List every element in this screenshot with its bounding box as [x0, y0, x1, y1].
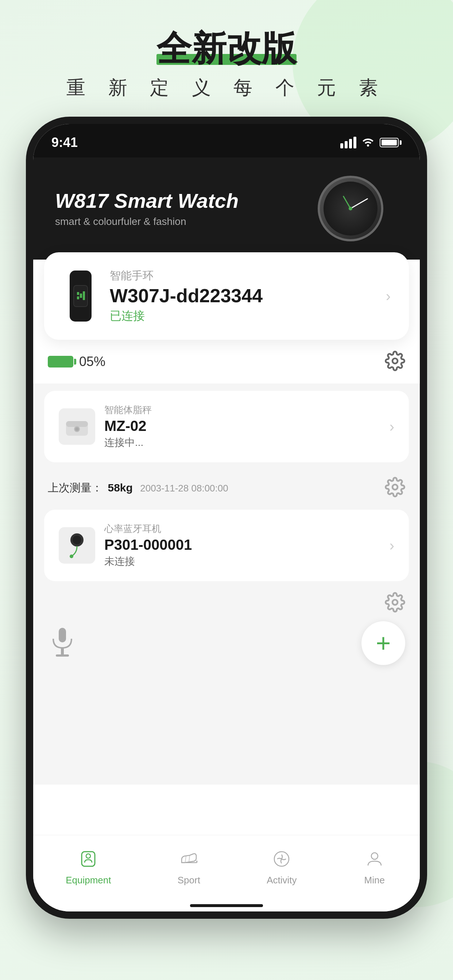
- watch-image: [318, 176, 398, 241]
- last-measure-label: 上次测量：: [48, 482, 102, 494]
- nav-item-equipment[interactable]: Equipment: [65, 846, 111, 886]
- status-time: 9:41: [51, 135, 78, 150]
- minute-hand: [350, 198, 368, 209]
- svg-rect-6: [66, 421, 88, 427]
- band-screen-content: [75, 291, 86, 302]
- device-name: W307J-dd223344: [110, 285, 375, 307]
- device-info: 智能手环 W307J-dd223344 已连接: [110, 268, 375, 324]
- svg-rect-14: [59, 628, 66, 643]
- add-device-button[interactable]: +: [362, 621, 405, 665]
- banner-subtitle: smart & colourfuler & fashion: [55, 216, 318, 228]
- nav-label-sport: Sport: [178, 875, 200, 886]
- svg-point-13: [392, 600, 397, 605]
- header-section: 全新改版 重 新 定 义 每 个 元 素: [0, 0, 453, 100]
- svg-rect-15: [61, 648, 64, 655]
- battery-body: [380, 138, 399, 147]
- banner-title: W817 Smart Watch: [55, 189, 318, 212]
- watch-center: [349, 207, 353, 210]
- scale-name: MZ-02: [104, 418, 380, 434]
- last-measurement-info: 上次测量： 58kg 2003-11-28 08:00:00: [48, 480, 228, 495]
- wifi-icon: [362, 135, 375, 150]
- nav-label-mine: Mine: [364, 875, 385, 886]
- main-device-card[interactable]: 智能手环 W307J-dd223344 已连接 ›: [44, 252, 409, 340]
- battery-row: 05%: [33, 340, 420, 383]
- device-type: 智能手环: [110, 268, 375, 283]
- svg-point-11: [73, 536, 81, 544]
- mine-icon: [362, 846, 388, 872]
- earphone-status: 未连接: [104, 555, 380, 568]
- page-subtitle: 重 新 定 义 每 个 元 素: [0, 75, 453, 100]
- nav-item-activity[interactable]: Activity: [266, 846, 297, 886]
- status-icons: [340, 135, 402, 150]
- home-indicator: [190, 904, 263, 907]
- svg-point-12: [70, 555, 73, 558]
- status-bar: 9:41: [33, 124, 420, 158]
- scale-info: 智能体脂秤 MZ-02 连接中...: [104, 404, 380, 450]
- last-measure-date: 2003-11-28 08:00:00: [140, 483, 228, 494]
- nav-label-activity: Activity: [266, 875, 297, 886]
- earphone-device-card[interactable]: 心率蓝牙耳机 P301-000001 未连接 ›: [44, 510, 409, 581]
- phone-screen: 9:41: [33, 124, 420, 912]
- svg-rect-2: [80, 293, 82, 298]
- battery-tip: [400, 140, 402, 145]
- chevron-right-icon: ›: [386, 288, 391, 304]
- phone-mockup: 9:41: [26, 117, 427, 919]
- battery-indicator: 05%: [48, 354, 105, 369]
- device-card-content: 智能手环 W307J-dd223344 已连接 ›: [62, 267, 391, 325]
- scale-type: 智能体脂秤: [104, 404, 380, 416]
- signal-bar-3: [349, 139, 352, 148]
- battery-fill: [381, 140, 397, 145]
- activity-icon: [269, 846, 294, 872]
- nav-label-equipment: Equipment: [65, 875, 111, 886]
- band-illustration: [70, 270, 91, 321]
- watch-face: [324, 181, 378, 235]
- page-title: 全新改版: [156, 29, 297, 68]
- scale-settings-icon[interactable]: [385, 477, 405, 499]
- add-plus-icon: +: [376, 630, 391, 656]
- nav-item-mine[interactable]: Mine: [362, 846, 388, 886]
- svg-rect-3: [83, 291, 85, 300]
- earphone-chevron-icon: ›: [389, 538, 394, 554]
- scale-image: [59, 408, 95, 445]
- svg-point-18: [86, 854, 91, 858]
- app-scroll-area: 智能体脂秤 MZ-02 连接中... › 上次测量： 58kg 2003-11-…: [33, 383, 420, 784]
- signal-bar-4: [353, 137, 356, 148]
- scale-device-card[interactable]: 智能体脂秤 MZ-02 连接中... ›: [44, 391, 409, 462]
- last-measure-weight: 58kg: [108, 482, 132, 494]
- equipment-icon: [75, 846, 101, 872]
- device-image: [62, 267, 99, 325]
- earphone-name: P301-000001: [104, 537, 380, 553]
- watch-circle: [318, 176, 383, 241]
- battery-green-icon: [48, 356, 73, 368]
- extra-device-icon: [48, 626, 77, 660]
- last-measurement-row: 上次测量： 58kg 2003-11-28 08:00:00: [44, 469, 409, 510]
- bottom-nav: Equipment Sport: [33, 835, 420, 912]
- svg-point-9: [392, 485, 397, 490]
- battery-icon: [380, 138, 402, 147]
- scale-chevron-icon: ›: [389, 418, 394, 435]
- svg-rect-1: [77, 296, 79, 299]
- svg-rect-0: [77, 292, 79, 295]
- scale-status: 连接中...: [104, 436, 380, 450]
- device-status: 已连接: [110, 308, 375, 324]
- band-screen: [73, 285, 88, 307]
- signal-icon: [340, 137, 356, 148]
- svg-point-20: [371, 853, 378, 859]
- svg-point-8: [75, 427, 79, 431]
- earphone-info: 心率蓝牙耳机 P301-000001 未连接: [104, 522, 380, 568]
- banner: W817 Smart Watch smart & colourfuler & f…: [33, 158, 420, 259]
- earphone-type: 心率蓝牙耳机: [104, 522, 380, 535]
- banner-text: W817 Smart Watch smart & colourfuler & f…: [55, 189, 318, 228]
- signal-bar-1: [340, 143, 343, 148]
- signal-bar-2: [345, 141, 348, 148]
- svg-rect-16: [56, 654, 69, 657]
- sport-icon: [176, 846, 202, 872]
- settings-icon[interactable]: [385, 351, 405, 372]
- svg-point-4: [392, 358, 397, 363]
- extra-settings-icon[interactable]: [385, 592, 405, 614]
- nav-item-sport[interactable]: Sport: [176, 846, 202, 886]
- earphone-image: [59, 527, 95, 564]
- battery-percent: 05%: [79, 354, 105, 369]
